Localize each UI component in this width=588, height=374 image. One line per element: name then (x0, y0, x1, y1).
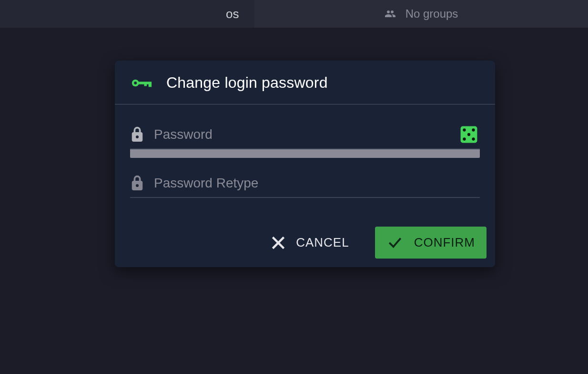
svg-point-10 (467, 133, 470, 136)
tab-left-fragment-text: os (226, 7, 245, 21)
cancel-button[interactable]: CANCEL (260, 227, 360, 259)
cancel-label: CANCEL (296, 235, 349, 250)
tab-groups-label: No groups (406, 7, 458, 21)
modal-header: Change login password (115, 61, 495, 104)
confirm-button[interactable]: CONFIRM (375, 227, 487, 259)
lock-icon (130, 175, 144, 192)
svg-point-12 (472, 137, 475, 140)
svg-point-1 (134, 82, 137, 84)
check-icon (386, 236, 404, 249)
tab-left[interactable]: os (0, 0, 254, 28)
tab-groups[interactable]: No groups (254, 0, 588, 28)
modal-actions: CANCEL CONFIRM (115, 206, 495, 267)
svg-rect-4 (144, 83, 147, 86)
confirm-label: CONFIRM (414, 235, 475, 250)
svg-point-11 (463, 137, 466, 140)
dice-icon[interactable] (460, 125, 478, 144)
password-strength-bar (130, 149, 480, 158)
password-field-row (130, 121, 480, 149)
top-tabstrip: os No groups (0, 0, 588, 28)
password-retype-row (130, 169, 480, 198)
lock-icon (130, 126, 144, 143)
modal-title: Change login password (166, 74, 328, 92)
password-input[interactable] (154, 121, 450, 148)
close-icon (271, 236, 285, 250)
people-icon (385, 8, 399, 20)
svg-rect-3 (149, 83, 152, 86)
svg-point-14 (136, 184, 139, 187)
key-icon (131, 76, 152, 90)
password-retype-input[interactable] (154, 169, 478, 197)
modal-body (115, 104, 495, 206)
svg-point-6 (136, 135, 139, 138)
change-password-modal: Change login password (115, 61, 495, 267)
svg-point-8 (463, 128, 466, 131)
svg-point-9 (472, 128, 475, 131)
